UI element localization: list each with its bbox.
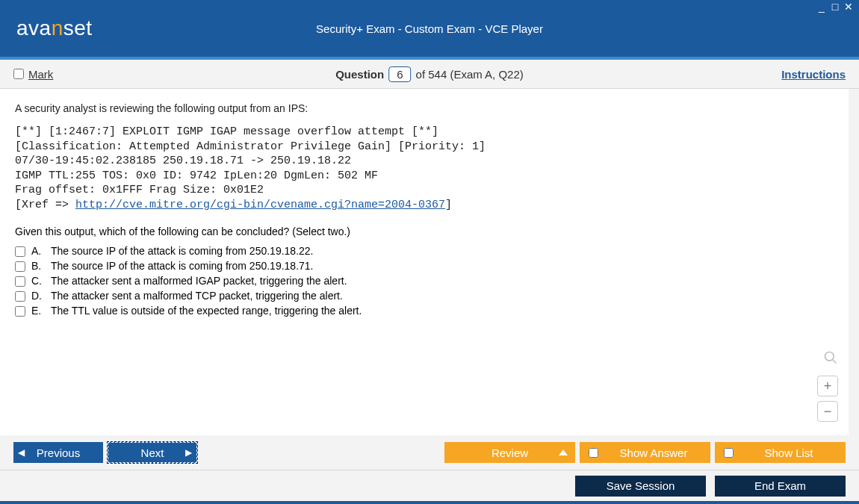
previous-button[interactable]: ◀ Previous xyxy=(13,442,103,463)
mark-label[interactable]: Mark xyxy=(28,68,53,81)
option-text: The source IP of the attack is coming fr… xyxy=(51,260,314,272)
option-text: The TTL value is outside of the expected… xyxy=(51,305,362,317)
option-letter: A. xyxy=(31,245,45,257)
next-label: Next xyxy=(141,447,164,459)
option-checkbox[interactable] xyxy=(15,306,25,317)
app-logo: avanset xyxy=(16,16,93,40)
mark-checkbox[interactable] xyxy=(13,69,24,79)
chevron-left-icon: ◀ xyxy=(18,447,25,458)
svg-line-1 xyxy=(833,360,837,364)
instructions-link[interactable]: Instructions xyxy=(781,68,846,81)
question-number: 6 xyxy=(388,66,411,82)
code-line: [**] [1:2467:7] EXPLOIT IGMP IGAP messag… xyxy=(15,125,438,138)
question-prompt: Given this output, which of the followin… xyxy=(15,225,834,237)
question-indicator: Question 6 of 544 (Exam A, Q22) xyxy=(335,66,524,82)
review-button[interactable]: Review xyxy=(444,442,575,463)
option-letter: B. xyxy=(31,260,45,272)
question-infobar: Mark Question 6 of 544 (Exam A, Q22) Ins… xyxy=(0,60,859,89)
zoom-out-button[interactable]: − xyxy=(817,401,838,422)
review-label: Review xyxy=(491,447,528,459)
option-text: The source IP of the attack is coming fr… xyxy=(51,245,314,257)
code-line: [Classification: Attempted Administrator… xyxy=(15,140,486,153)
option-checkbox[interactable] xyxy=(15,276,25,287)
nav-bar: ◀ Previous Next ▶ Review Show Answer Sho… xyxy=(0,435,859,470)
mark-wrap[interactable]: Mark xyxy=(13,68,53,81)
end-exam-button[interactable]: End Exam xyxy=(715,476,846,497)
zoom-in-button[interactable]: + xyxy=(817,376,838,396)
answer-option[interactable]: A. The source IP of the attack is coming… xyxy=(15,245,834,257)
code-line: 07/30-19:45:02.238185 250.19.18.71 -> 25… xyxy=(15,155,351,167)
show-answer-checkbox[interactable] xyxy=(589,448,598,458)
code-line-suffix: ] xyxy=(445,199,452,211)
bottom-bar: Save Session End Exam xyxy=(0,470,859,501)
magnifier-icon[interactable] xyxy=(817,347,838,368)
code-line-prefix: [Xref => xyxy=(15,199,75,211)
logo-part-n: n xyxy=(52,16,63,40)
answer-option[interactable]: B. The source IP of the attack is coming… xyxy=(15,260,834,272)
option-text: The attacker sent a malformed IGAP packe… xyxy=(51,275,347,287)
question-label: Question xyxy=(335,68,384,81)
logo-part-a: ava xyxy=(16,16,52,40)
answer-option[interactable]: C. The attacker sent a malformed IGAP pa… xyxy=(15,275,834,287)
show-list-label: Show List xyxy=(741,447,837,459)
option-checkbox[interactable] xyxy=(15,261,25,272)
close-icon[interactable]: ✕ xyxy=(843,1,855,12)
answer-option[interactable]: D. The attacker sent a malformed TCP pac… xyxy=(15,290,834,302)
previous-label: Previous xyxy=(37,447,80,459)
save-session-button[interactable]: Save Session xyxy=(575,476,706,497)
option-letter: E. xyxy=(31,305,45,317)
question-intro: A security analyst is reviewing the foll… xyxy=(15,102,834,114)
option-text: The attacker sent a malformed TCP packet… xyxy=(51,290,343,302)
question-total: of 544 (Exam A, Q22) xyxy=(416,68,524,81)
window-controls: _ □ ✕ xyxy=(816,1,855,12)
triangle-up-icon xyxy=(559,449,568,455)
titlebar: avanset Security+ Exam - Custom Exam - V… xyxy=(0,0,859,60)
ips-output: [**] [1:2467:7] EXPLOIT IGMP IGAP messag… xyxy=(15,125,834,212)
question-area: A security analyst is reviewing the foll… xyxy=(0,89,859,435)
show-answer-button[interactable]: Show Answer xyxy=(580,442,710,463)
app-title: Security+ Exam - Custom Exam - VCE Playe… xyxy=(316,22,543,35)
minimize-icon[interactable]: _ xyxy=(816,1,828,12)
maximize-icon[interactable]: □ xyxy=(829,1,841,12)
next-button[interactable]: Next ▶ xyxy=(108,442,197,463)
code-line: Frag offset: 0x1FFF Frag Size: 0x01E2 xyxy=(15,184,264,196)
show-list-button[interactable]: Show List xyxy=(715,442,846,463)
option-letter: C. xyxy=(31,275,45,287)
chevron-right-icon: ▶ xyxy=(185,447,192,458)
zoom-tools: + − xyxy=(817,347,838,422)
answer-options: A. The source IP of the attack is coming… xyxy=(15,245,834,317)
svg-point-0 xyxy=(825,352,834,361)
option-letter: D. xyxy=(31,290,45,302)
option-checkbox[interactable] xyxy=(15,291,25,302)
show-answer-label: Show Answer xyxy=(606,447,701,459)
option-checkbox[interactable] xyxy=(15,246,25,257)
xref-link[interactable]: http://cve.mitre.org/cgi-bin/cvename.cgi… xyxy=(75,199,445,211)
code-line: IGMP TTL:255 TOS: 0x0 ID: 9742 IpLen:20 … xyxy=(15,169,378,182)
logo-part-b: set xyxy=(63,16,93,40)
show-list-checkbox[interactable] xyxy=(724,448,734,458)
footer-accent xyxy=(0,501,859,504)
answer-option[interactable]: E. The TTL value is outside of the expec… xyxy=(15,305,834,317)
